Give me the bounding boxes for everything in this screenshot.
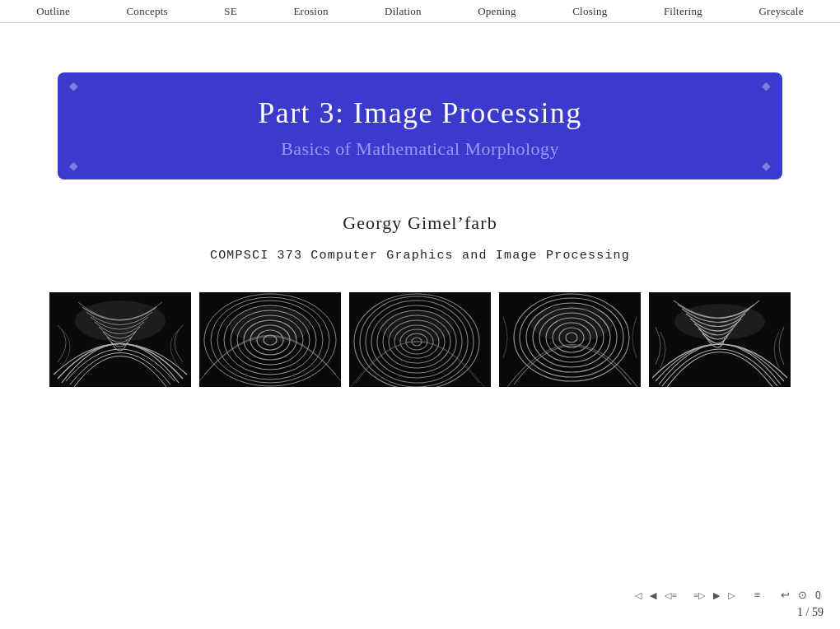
nav-item-outline[interactable]: Outline <box>31 2 75 21</box>
main-title: Part 3: Image Processing <box>91 96 749 130</box>
nav-options-button[interactable]: ⊙ <box>796 588 810 603</box>
page-number: 1 / 59 <box>797 606 824 619</box>
nav-arrow-left-2[interactable]: ◀ <box>647 589 659 602</box>
fingerprint-image-5 <box>649 292 791 387</box>
nav-arrow-right-1[interactable]: ▶ <box>711 589 722 602</box>
nav-arrow-right-2[interactable]: ▷ <box>726 589 737 602</box>
navigation-bar: OutlineConceptsSEErosionDilationOpeningC… <box>0 0 840 23</box>
nav-zoom-button[interactable]: Q <box>813 589 824 602</box>
main-content: ◆ ◆ Part 3: Image Processing Basics of M… <box>0 23 840 387</box>
svg-point-37 <box>530 305 613 342</box>
svg-point-1 <box>75 301 166 342</box>
fingerprint-images-row <box>49 292 791 387</box>
nav-arrow-left-1[interactable]: ◁ <box>632 589 644 602</box>
nav-eq-right[interactable]: ≡▷ <box>691 589 707 602</box>
nav-item-greyscale[interactable]: Greyscale <box>754 2 808 21</box>
nav-eq-left[interactable]: ◁≡ <box>662 589 679 602</box>
nav-item-se[interactable]: SE <box>219 2 242 21</box>
svg-point-13 <box>229 307 311 343</box>
nav-item-filtering[interactable]: Filtering <box>659 2 707 21</box>
fingerprint-image-3 <box>349 292 491 387</box>
nav-undo-button[interactable]: ↩ <box>778 588 792 603</box>
nav-align-button[interactable]: ≡ <box>752 588 763 603</box>
nav-controls: ◁ ◀ ◁≡ ≡▷ ▶ ▷ ≡ ↩ ⊙ Q <box>632 588 824 603</box>
fingerprint-image-4 <box>499 292 641 387</box>
bottom-bar: ◁ ◀ ◁≡ ≡▷ ▶ ▷ ≡ ↩ ⊙ Q 1 / 59 <box>632 588 824 619</box>
fingerprint-image-1 <box>49 292 191 387</box>
fingerprint-image-2 <box>199 292 341 387</box>
nav-item-concepts[interactable]: Concepts <box>121 2 172 21</box>
nav-item-opening[interactable]: Opening <box>473 2 521 21</box>
title-box: ◆ ◆ Part 3: Image Processing Basics of M… <box>58 72 782 179</box>
nav-item-erosion[interactable]: Erosion <box>288 2 333 21</box>
author-name: Georgy Gimel’farb <box>343 212 497 234</box>
svg-point-26 <box>380 310 454 343</box>
course-name: COMPSCI 373 Computer Graphics and Image … <box>210 249 630 263</box>
corner-decoration-br: ◆ <box>762 159 771 173</box>
corner-decoration-bl: ◆ <box>69 159 78 173</box>
nav-item-closing[interactable]: Closing <box>567 2 612 21</box>
svg-point-39 <box>674 304 765 340</box>
nav-item-dilation[interactable]: Dilation <box>380 2 427 21</box>
subtitle: Basics of Mathematical Morphology <box>91 138 749 160</box>
